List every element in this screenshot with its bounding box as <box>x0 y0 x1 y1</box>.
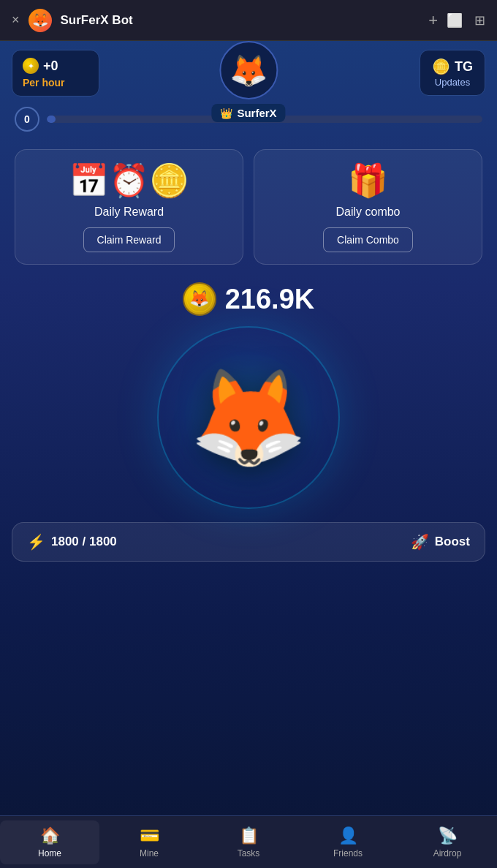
boost-button[interactable]: 🚀 Boost <box>411 533 470 551</box>
header-section: ✦ +0 Per hour 🦊 👑 SurferX 🪙 TG Updates <box>0 41 497 97</box>
daily-reward-card: 📅⏰🪙 Daily Reward Claim Reward <box>15 149 243 265</box>
nav-mine[interactable]: 💳 Mine <box>99 820 199 864</box>
avatar-emoji: 🦊 <box>229 53 268 88</box>
maximize-icon[interactable]: ⊞ <box>474 12 485 29</box>
nav-mine-label: Mine <box>140 848 159 858</box>
username-badge: 👑 SurferX <box>211 104 285 122</box>
avatar-ring: 🦊 <box>219 41 278 99</box>
app-icon: 🦊 <box>29 9 52 32</box>
avatar-section: 🦊 👑 SurferX <box>211 41 285 122</box>
tg-updates-badge[interactable]: 🪙 TG Updates <box>420 50 485 96</box>
nav-home-label: Home <box>38 848 61 858</box>
close-button[interactable]: × <box>12 12 20 28</box>
per-hour-label: Per hour <box>23 77 65 88</box>
coin-counter-icon: 🦊 <box>183 282 216 316</box>
energy-bar: ⚡ 1800 / 1800 🚀 Boost <box>12 522 485 562</box>
nav-tasks-label: Tasks <box>238 848 260 858</box>
nav-tasks[interactable]: 📋 Tasks <box>199 820 298 864</box>
cards-row: 📅⏰🪙 Daily Reward Claim Reward 🎁 Daily co… <box>0 137 497 276</box>
energy-value: 1800 / 1800 <box>51 535 117 549</box>
lightning-icon: ⚡ <box>27 533 45 551</box>
new-tab-button[interactable]: + <box>428 11 438 30</box>
per-hour-value: +0 <box>43 59 58 74</box>
username: SurferX <box>237 107 276 119</box>
daily-combo-card: 🎁 Daily combo Claim Combo <box>254 149 482 265</box>
bottom-nav: 🏠 Home 💳 Mine 📋 Tasks 👤 Friends 📡 Airdro… <box>0 815 497 868</box>
character-emoji: 🦊 <box>189 370 308 465</box>
tg-title: TG <box>455 59 473 75</box>
per-hour-coin-icon: ✦ <box>23 58 39 74</box>
claim-reward-button[interactable]: Claim Reward <box>83 227 175 252</box>
tg-subtitle: Updates <box>435 77 470 88</box>
friends-icon: 👤 <box>338 826 358 845</box>
coin-counter: 🦊 216.9K <box>0 276 497 319</box>
character-circle[interactable]: 🦊 <box>157 326 340 509</box>
daily-combo-icon: 🎁 <box>348 165 388 197</box>
per-hour-badge: ✦ +0 Per hour <box>12 50 99 97</box>
energy-display: ⚡ 1800 / 1800 <box>27 533 117 551</box>
airdrop-icon: 📡 <box>438 826 458 845</box>
nav-airdrop[interactable]: 📡 Airdrop <box>398 820 497 864</box>
app-title: SurFerX Bot <box>61 13 417 28</box>
minimize-icon[interactable]: ⬜ <box>447 12 463 29</box>
progress-bar-fill <box>47 116 56 123</box>
nav-home[interactable]: 🏠 Home <box>0 820 99 864</box>
daily-reward-icon: 📅⏰🪙 <box>69 165 189 197</box>
mine-icon: 💳 <box>140 826 159 845</box>
home-icon: 🏠 <box>40 826 60 845</box>
claim-combo-button[interactable]: Claim Combo <box>323 227 413 252</box>
daily-combo-label: Daily combo <box>335 205 400 219</box>
title-bar: × 🦊 SurFerX Bot + ⬜ ⊞ <box>0 0 497 41</box>
coin-counter-value: 216.9K <box>225 284 315 315</box>
crown-icon: 👑 <box>220 107 232 119</box>
window-actions: ⬜ ⊞ <box>447 12 485 29</box>
boost-label: Boost <box>435 535 470 549</box>
nav-airdrop-label: Airdrop <box>433 848 462 858</box>
level-badge: 0 <box>15 107 39 132</box>
main-area: ✦ +0 Per hour 🦊 👑 SurferX 🪙 TG Updates <box>0 41 497 868</box>
nav-friends[interactable]: 👤 Friends <box>298 820 398 864</box>
character-area: 🦊 <box>0 319 497 516</box>
rocket-icon: 🚀 <box>411 533 429 551</box>
nav-friends-label: Friends <box>333 848 363 858</box>
tasks-icon: 📋 <box>239 826 259 845</box>
tg-icon: 🪙 <box>432 58 450 75</box>
daily-reward-label: Daily Reward <box>94 205 164 219</box>
